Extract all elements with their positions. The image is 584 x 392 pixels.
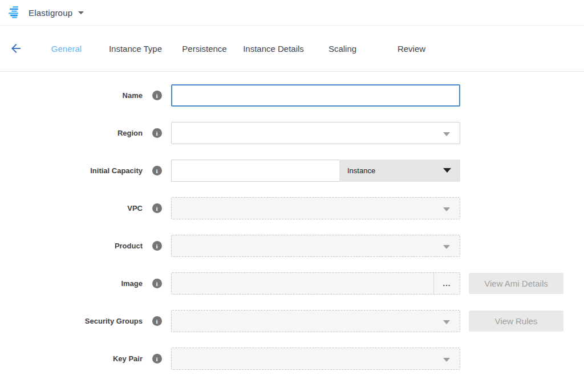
- vpc-row: VPC i: [0, 197, 584, 219]
- wizard-tab-bar: General Instance Type Persistence Instan…: [0, 26, 584, 72]
- security-groups-label: Security Groups: [0, 317, 143, 325]
- image-row: Image i ... View Ami Details: [0, 272, 584, 295]
- region-label: Region: [0, 129, 143, 137]
- vpc-select: [171, 197, 460, 219]
- info-icon[interactable]: i: [152, 203, 162, 213]
- product-row: Product i: [0, 235, 584, 257]
- region-row: Region i: [0, 122, 584, 144]
- image-selected-value: [172, 273, 433, 294]
- name-row: Name i: [0, 84, 584, 107]
- chevron-down-icon: [443, 168, 451, 173]
- image-browse-button[interactable]: ...: [433, 273, 460, 294]
- info-icon[interactable]: i: [152, 316, 162, 326]
- arrow-left-icon: [9, 42, 23, 55]
- key-pair-select: [171, 348, 460, 370]
- info-icon[interactable]: i: [152, 354, 162, 364]
- name-label: Name: [0, 91, 143, 100]
- vpc-label: VPC: [0, 204, 143, 213]
- app-switcher-label[interactable]: Elastigroup: [29, 8, 72, 18]
- info-icon[interactable]: i: [152, 241, 162, 251]
- capacity-unit-select[interactable]: Instance: [339, 160, 460, 182]
- product-select: [171, 235, 460, 257]
- chevron-down-icon: [443, 358, 450, 362]
- chevron-down-icon: [443, 132, 450, 136]
- key-pair-row: Key Pair i: [0, 348, 584, 370]
- chevron-down-icon: [443, 245, 450, 249]
- tab-review[interactable]: Review: [377, 44, 446, 54]
- chevron-down-icon: [443, 207, 450, 211]
- tab-instance-type[interactable]: Instance Type: [101, 44, 170, 54]
- image-field: ...: [171, 272, 460, 295]
- wizard-tabs: General Instance Type Persistence Instan…: [32, 44, 446, 54]
- security-groups-select: [171, 310, 460, 332]
- elastigroup-logo-icon: [8, 6, 23, 19]
- tab-scaling[interactable]: Scaling: [308, 44, 377, 54]
- view-ami-details-button[interactable]: View Ami Details: [469, 273, 563, 294]
- view-rules-button[interactable]: View Rules: [469, 311, 563, 332]
- tab-instance-details[interactable]: Instance Details: [239, 44, 308, 54]
- name-input[interactable]: [171, 84, 460, 107]
- product-label: Product: [0, 242, 143, 250]
- initial-capacity-label: Initial Capacity: [0, 166, 143, 175]
- initial-capacity-input[interactable]: [171, 160, 339, 182]
- tab-general[interactable]: General: [32, 44, 101, 54]
- back-button[interactable]: [0, 37, 32, 60]
- chevron-down-icon[interactable]: [78, 11, 84, 14]
- info-icon[interactable]: i: [152, 91, 162, 100]
- tab-persistence[interactable]: Persistence: [170, 44, 239, 54]
- top-bar: Elastigroup: [0, 0, 584, 26]
- info-icon[interactable]: i: [152, 279, 162, 288]
- security-groups-row: Security Groups i View Rules: [0, 310, 584, 332]
- image-label: Image: [0, 279, 143, 288]
- chevron-down-icon: [443, 320, 450, 324]
- info-icon[interactable]: i: [152, 128, 162, 138]
- capacity-unit-selected-value: Instance: [347, 166, 375, 175]
- key-pair-label: Key Pair: [0, 354, 143, 363]
- region-select[interactable]: [171, 122, 460, 144]
- initial-capacity-row: Initial Capacity i Instance: [0, 160, 584, 182]
- general-form: Name i Region i Initial Capacity i Insta…: [0, 72, 584, 370]
- info-icon[interactable]: i: [152, 166, 162, 175]
